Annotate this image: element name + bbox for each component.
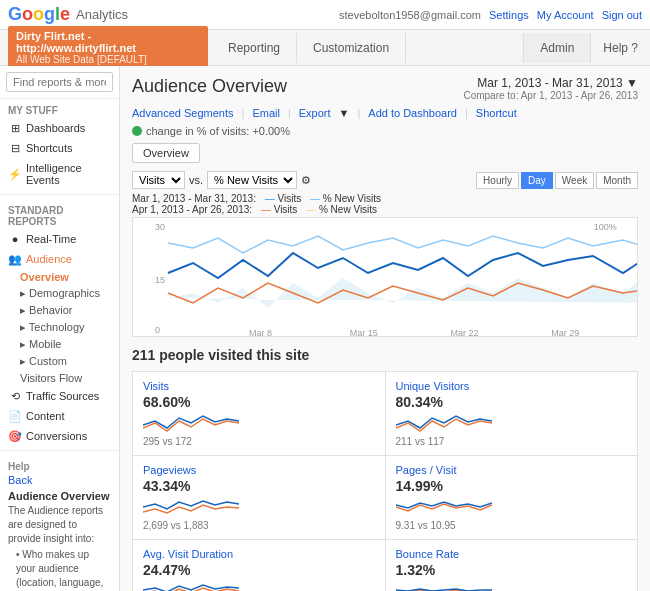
sidebar-traffic-label: Traffic Sources: [26, 390, 99, 402]
user-email: stevebolton1958@gmail.com: [339, 9, 481, 21]
help-button[interactable]: Help ?: [590, 33, 650, 63]
export-link[interactable]: Export: [299, 107, 331, 119]
month-button[interactable]: Month: [596, 172, 638, 189]
date-range: Mar 1, 2013 - Mar 31, 2013 ▼ Compare to:…: [463, 76, 638, 101]
stat-unique-label[interactable]: Unique Visitors: [396, 380, 628, 392]
metric1-select[interactable]: Visits: [132, 171, 185, 189]
day-button[interactable]: Day: [521, 172, 553, 189]
sidebar-item-dashboards[interactable]: ⊞ Dashboards: [0, 118, 119, 138]
stat-pages-visit-value: 14.99%: [396, 478, 628, 494]
bookmark-icon: ⊟: [8, 143, 22, 153]
email-link[interactable]: Email: [252, 107, 280, 119]
hourly-button[interactable]: Hourly: [476, 172, 519, 189]
stat-visits-label[interactable]: Visits: [143, 380, 375, 392]
help-bullet-1: • Who makes up your audience (location, …: [8, 548, 111, 591]
my-account-link[interactable]: My Account: [537, 9, 594, 21]
overview-tab[interactable]: Overview: [132, 143, 200, 163]
svg-text:Mar 22: Mar 22: [451, 328, 479, 337]
compare-date: Compare to: Apr 1, 2013 - Apr 26, 2013: [463, 90, 638, 101]
legend-pct1-label: % New Visits: [323, 193, 381, 204]
svg-text:Mar 15: Mar 15: [350, 328, 378, 337]
sidebar-item-intelligence[interactable]: ⚡ Intelligence Events: [0, 158, 119, 190]
stat-bounce-label[interactable]: Bounce Rate: [396, 548, 628, 560]
sidebar-sub-mobile[interactable]: ▸ Mobile: [0, 336, 119, 353]
site-sub: All Web Site Data [DEFAULT]: [16, 54, 200, 65]
stat-pages-visit: Pages / Visit 14.99% 9.31 vs 10.95: [386, 456, 638, 539]
property-selector[interactable]: Dirty Flirt.net - http://www.dirtyflirt.…: [8, 26, 208, 69]
sidebar-divider-1: [0, 194, 119, 195]
help-section-title: Audience Overview: [8, 488, 111, 504]
sign-out-link[interactable]: Sign out: [602, 9, 642, 21]
stats-grid: Visits 68.60% 295 vs 172 Unique Visitors…: [132, 371, 638, 591]
logo-analytics-label: Analytics: [76, 7, 128, 22]
change-text: change in % of visits: +0.00%: [146, 125, 290, 137]
stat-pageviews-value: 43.34%: [143, 478, 375, 494]
stat-bounce: Bounce Rate 1.32% 28.29% vs 27.91%: [386, 540, 638, 591]
svg-marker-8: [168, 278, 637, 308]
tab-customization[interactable]: Customization: [297, 33, 406, 63]
legend-date1: Mar 1, 2013 - Mar 31, 2013:: [132, 193, 256, 204]
advanced-segments-link[interactable]: Advanced Segments: [132, 107, 234, 119]
sidebar-item-audience[interactable]: 👥 Audience: [0, 249, 119, 269]
sidebar-item-traffic[interactable]: ⟲ Traffic Sources: [0, 386, 119, 406]
stat-visits-sparkline: [143, 413, 375, 433]
chart-area: 30 15 0 100% Mar 8 Mar 15 Mar 22 Mar 29: [132, 217, 638, 337]
stat-bounce-sparkline: [396, 581, 628, 591]
sidebar-item-shortcuts[interactable]: ⊟ Shortcuts: [0, 138, 119, 158]
nav-tabs: Reporting Customization: [212, 33, 406, 63]
sidebar-divider-2: [0, 450, 119, 451]
stat-pageviews: Pageviews 43.34% 2,699 vs 1,883: [133, 456, 385, 539]
tab-reporting[interactable]: Reporting: [212, 33, 297, 63]
back-link[interactable]: Back: [8, 472, 111, 488]
legend-visits2-label: Visits: [274, 204, 298, 215]
standard-reports-label: STANDARD REPORTS: [0, 199, 119, 229]
stat-unique-sub: 211 vs 117: [396, 436, 628, 447]
vs-label: vs.: [189, 174, 203, 186]
nav-bar: Dirty Flirt.net - http://www.dirtyflirt.…: [0, 30, 650, 66]
sidebar-sub-technology[interactable]: ▸ Technology: [0, 319, 119, 336]
stat-duration-value: 24.47%: [143, 562, 375, 578]
sidebar-sub-behavior[interactable]: ▸ Behavior: [0, 302, 119, 319]
sidebar-dashboards-label: Dashboards: [26, 122, 85, 134]
admin-button[interactable]: Admin: [523, 33, 590, 63]
shortcut-link[interactable]: Shortcut: [476, 107, 517, 119]
sidebar-item-content[interactable]: 📄 Content: [0, 406, 119, 426]
stat-unique-sparkline: [396, 413, 628, 433]
page-header: Audience Overview Mar 1, 2013 - Mar 31, …: [132, 76, 638, 101]
sidebar-shortcuts-label: Shortcuts: [26, 142, 72, 154]
settings-link[interactable]: Settings: [489, 9, 529, 21]
conversions-icon: 🎯: [8, 431, 22, 441]
add-dashboard-link[interactable]: Add to Dashboard: [368, 107, 457, 119]
green-dot-icon: [132, 126, 142, 136]
help-title: Help: [8, 461, 111, 472]
main-date[interactable]: Mar 1, 2013 - Mar 31, 2013 ▼: [463, 76, 638, 90]
search-input[interactable]: [6, 72, 113, 92]
sidebar-search: [0, 66, 119, 99]
stat-unique: Unique Visitors 80.34% 211 vs 117: [386, 372, 638, 455]
sidebar-item-realtime[interactable]: ● Real-Time: [0, 229, 119, 249]
svg-text:15: 15: [155, 275, 165, 285]
svg-text:Mar 8: Mar 8: [249, 328, 272, 337]
week-button[interactable]: Week: [555, 172, 594, 189]
stat-duration-sparkline: [143, 581, 375, 591]
sidebar-item-conversions[interactable]: 🎯 Conversions: [0, 426, 119, 446]
sidebar-content-label: Content: [26, 410, 65, 422]
stat-pageviews-label[interactable]: Pageviews: [143, 464, 375, 476]
sidebar-sub-custom[interactable]: ▸ Custom: [0, 353, 119, 370]
sidebar-sub-demographics[interactable]: ▸ Demographics: [0, 285, 119, 302]
stat-visits-value: 68.60%: [143, 394, 375, 410]
realtime-icon: ●: [8, 234, 22, 244]
chart-svg: 30 15 0 100% Mar 8 Mar 15 Mar 22 Mar 29: [133, 218, 637, 337]
stat-pages-visit-label[interactable]: Pages / Visit: [396, 464, 628, 476]
chart-controls: Visits vs. % New Visits ⚙ Hourly Day Wee…: [132, 171, 638, 189]
svg-text:0: 0: [155, 325, 160, 335]
stat-duration-label[interactable]: Avg. Visit Duration: [143, 548, 375, 560]
sidebar-sub-overview[interactable]: Overview: [0, 269, 119, 285]
lightning-icon: ⚡: [8, 169, 22, 179]
sidebar-sub-visitorsflow[interactable]: Visitors Flow: [0, 370, 119, 386]
stat-pageviews-sparkline: [143, 497, 375, 517]
metric2-select[interactable]: % New Visits: [207, 171, 297, 189]
main-layout: MY STUFF ⊞ Dashboards ⊟ Shortcuts ⚡ Inte…: [0, 66, 650, 591]
help-section: Help Back Audience Overview The Audience…: [0, 455, 119, 591]
grid-icon: ⊞: [8, 123, 22, 133]
